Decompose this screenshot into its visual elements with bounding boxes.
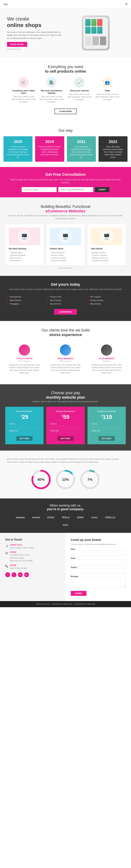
client-testimonial: Simplex dui ut nisl ad augue felis. Vita… bbox=[8, 364, 40, 374]
feature-item: 📈 Grow your revenue Diam nam ut dolor eu… bbox=[67, 77, 92, 103]
brand-submit-button[interactable]: SUBMIT bbox=[71, 591, 86, 596]
clients-heading: Our clients love the we build stores exp… bbox=[5, 328, 126, 337]
brand-input-email[interactable] bbox=[71, 560, 126, 565]
ecom-feature-item: Customer grouping bbox=[50, 257, 81, 259]
timeline-body: Fusce nibh augue scelerisque massa integ… bbox=[102, 146, 124, 159]
get-yours-section: Get yours today Lorem ipsum dolor sit am… bbox=[0, 276, 131, 321]
timeline-grid: 2020 Fusce nibh augue scelerisque massa … bbox=[3, 136, 128, 162]
check-item: ✓ App licenses bbox=[47, 302, 84, 306]
ecom-card-image: 🖥️ bbox=[50, 228, 81, 245]
check-item: ✓ App Features bbox=[47, 299, 84, 302]
client-name: OLGA HERRERA bbox=[91, 358, 123, 360]
brand-form: Name Email Subject Message bbox=[71, 548, 126, 588]
timeline-body: Fusce nibh augue scelerisque massa integ… bbox=[7, 146, 29, 159]
hero-left: We create online shops Accumsan in nisl … bbox=[7, 16, 64, 50]
ecom-feature-item: Customize a theme bbox=[50, 259, 81, 262]
plan-name: eCommerce Special bbox=[91, 410, 122, 412]
stat-circle: 13% bbox=[55, 469, 76, 491]
ecom-feature-item: Manage inventory bbox=[91, 251, 122, 254]
pricing-body: Simplem click ex diam sit in. Duis gravi… bbox=[5, 400, 126, 403]
client-name: ROSE BRENNAN bbox=[49, 358, 81, 360]
stat-circle: 7% bbox=[80, 469, 100, 491]
circle-label: 80% bbox=[38, 477, 45, 482]
brand-input-name[interactable] bbox=[71, 551, 126, 555]
social-icon[interactable]: G+ bbox=[24, 572, 29, 577]
check-item: ✓ App Features bbox=[7, 299, 44, 302]
check-icon: ✓ bbox=[47, 296, 49, 298]
feature-item: 👥 Team Diam nam ut dolor eu enim diam sc… bbox=[95, 77, 120, 103]
consultation-name-input[interactable] bbox=[21, 187, 56, 192]
pricing-feature: 1 GB inc bbox=[91, 422, 122, 426]
check-label: Development bbox=[10, 296, 21, 298]
partners-section: When working with us, you're in good com… bbox=[0, 498, 131, 533]
feature-title: Run your ecommerce website bbox=[39, 89, 64, 94]
pricing-section: Choose your pay monthly website plan Sim… bbox=[0, 384, 131, 451]
social-icons: ftinG+ bbox=[5, 572, 60, 577]
plan-buy-button[interactable]: BUY NOW bbox=[16, 436, 33, 441]
brand-textarea[interactable] bbox=[71, 578, 126, 588]
sell-learn-more-button[interactable]: LEARN MORE bbox=[54, 108, 77, 114]
check-label: Prelagging bbox=[10, 303, 19, 305]
sell-section: Everything you need to sell products onl… bbox=[0, 58, 131, 123]
timeline-year: 2020 bbox=[7, 140, 29, 144]
check-item: ✓ Design thinking bbox=[87, 299, 124, 302]
feature-body: Diam nam ut dolor eu enim diam scelerisq… bbox=[95, 93, 120, 101]
hero-right bbox=[67, 16, 124, 51]
office-icon: 🏢 bbox=[5, 551, 8, 554]
pricing-feature bbox=[9, 428, 40, 429]
stats-circles: 80% 13% 7% bbox=[7, 469, 124, 491]
consultation-email-input[interactable] bbox=[58, 187, 93, 192]
get-yours-column: ✓ Finance tools ✓ App Features ✓ App lic… bbox=[47, 295, 84, 306]
check-label: App Features bbox=[10, 299, 21, 301]
social-icon[interactable]: t bbox=[11, 572, 16, 577]
ecom-feature-item: Account creation bbox=[50, 254, 81, 257]
client-testimonial: Simplex dui ut nisl ad augue felis. Vita… bbox=[49, 364, 81, 374]
check-label: Design thinking bbox=[90, 299, 103, 301]
timeline-card: 2021 Fusce nibh augue scelerisque massa … bbox=[67, 136, 96, 162]
form-label: Email bbox=[71, 557, 126, 559]
get-yours-cta-button[interactable]: LEARN MORE bbox=[54, 309, 77, 315]
plan-name: Free Small Starter bbox=[9, 410, 40, 412]
consultation-section: Get Free Consultation Want to create you… bbox=[0, 167, 131, 197]
hero-heading: We create online shops bbox=[7, 16, 64, 29]
ecom-card-image: 🖥️ bbox=[9, 228, 40, 245]
feature-icon: 👥 bbox=[102, 77, 113, 88]
clients-section: Our clients love the we build stores exp… bbox=[0, 321, 131, 384]
social-icon[interactable]: f bbox=[5, 572, 10, 577]
client-card: STELLA LARSON CEO Designer Simplex dui u… bbox=[5, 341, 43, 377]
plan-buy-button[interactable]: BUY NOW bbox=[57, 436, 74, 441]
client-name: STELLA LARSON bbox=[8, 358, 40, 360]
client-avatar bbox=[19, 344, 30, 356]
timeline-card: 2020 Fusce nibh augue scelerisque massa … bbox=[3, 136, 33, 162]
timeline-year: 2022 bbox=[102, 140, 124, 144]
plan-features: 1 GB incnullege app bbox=[91, 422, 122, 432]
hero-cta-button[interactable]: READ MORE bbox=[7, 42, 27, 47]
consultation-submit-button[interactable]: SUBMIT bbox=[95, 187, 110, 192]
features-grid: 🛒 Customize your online store Diam nam u… bbox=[3, 74, 128, 107]
client-role: Web Developer bbox=[49, 360, 81, 362]
plan-buy-button[interactable]: BUY NOW bbox=[98, 436, 115, 441]
client-role: Freelancer bbox=[91, 360, 123, 362]
check-label: 24/7 support bbox=[90, 296, 101, 298]
pricing-heading: Choose your pay monthly website plan bbox=[5, 391, 126, 400]
check-item: ✓ Finance tools bbox=[47, 295, 84, 299]
consultation-form: SUBMIT bbox=[7, 187, 124, 192]
partners-logos: amazonenvatoEVGATESLASONYcrocsCROLLAasos bbox=[7, 515, 124, 528]
circle-wrap: 7% bbox=[80, 469, 100, 490]
brand-column: Level up your brand You can reach us any… bbox=[66, 533, 131, 601]
get-yours-column: ✓ Development ✓ App Features ✓ Prelaggin… bbox=[7, 295, 44, 306]
ecom-card-title: Sell Online bbox=[91, 247, 122, 250]
ecommerce-section: Building Beautiful, Functional eCommerce… bbox=[0, 197, 131, 276]
brand-input-subject[interactable] bbox=[71, 569, 126, 574]
ecom-feature-item: Unlimited bandwidth bbox=[9, 254, 40, 257]
nav-menu-icon[interactable]: ≡ bbox=[125, 2, 128, 6]
partner-logo: envato bbox=[29, 515, 43, 520]
feature-title: Team bbox=[95, 89, 120, 92]
timeline-card: 2022 Fusce nibh augue scelerisque massa … bbox=[98, 136, 128, 162]
brand-form-field: Subject bbox=[71, 566, 126, 574]
timeline-card: 2019 Praesent pharetra orci lacus. Ut ad… bbox=[35, 136, 64, 162]
hero-body: Accumsan in nisl nisl scelerisque. Duis … bbox=[7, 31, 64, 40]
social-icon[interactable]: in bbox=[18, 572, 23, 577]
contact-office: 🏢 OFFICE 123 Main Street, Unit 2 555 Nor… bbox=[5, 551, 60, 562]
check-icon: ✓ bbox=[47, 303, 49, 305]
